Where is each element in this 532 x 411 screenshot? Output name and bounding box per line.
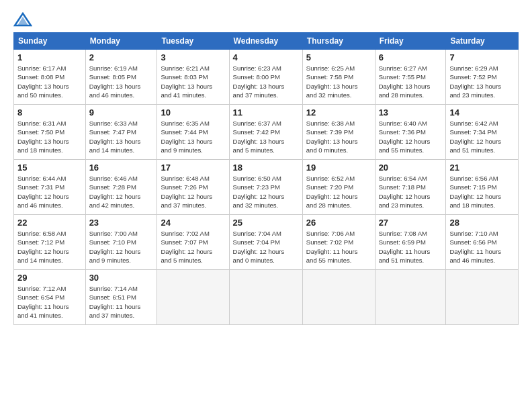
calendar-cell: 19Sunrise: 6:52 AMSunset: 7:20 PMDayligh… <box>302 160 375 215</box>
calendar-cell: 15Sunrise: 6:44 AMSunset: 7:31 PMDayligh… <box>14 160 86 215</box>
calendar-cell <box>302 270 375 325</box>
day-number: 15 <box>17 163 82 173</box>
calendar-week-4: 22Sunrise: 6:58 AMSunset: 7:12 PMDayligh… <box>14 215 519 270</box>
calendar-cell: 2Sunrise: 6:19 AMSunset: 8:05 PMDaylight… <box>85 50 157 105</box>
logo <box>13 12 35 27</box>
day-number: 12 <box>306 107 371 118</box>
day-number: 5 <box>306 52 371 62</box>
calendar-col-friday: Friday <box>375 33 446 50</box>
day-info: Sunrise: 7:10 AMSunset: 6:56 PMDaylight:… <box>449 229 515 265</box>
day-info: Sunrise: 6:38 AMSunset: 7:39 PMDaylight:… <box>306 119 371 154</box>
day-number: 18 <box>233 163 299 173</box>
calendar-cell: 23Sunrise: 7:00 AMSunset: 7:10 PMDayligh… <box>85 215 157 270</box>
calendar-cell: 7Sunrise: 6:29 AMSunset: 7:52 PMDaylight… <box>446 50 519 105</box>
day-info: Sunrise: 6:54 AMSunset: 7:18 PMDaylight:… <box>379 174 443 210</box>
calendar-cell: 11Sunrise: 6:37 AMSunset: 7:42 PMDayligh… <box>229 105 302 160</box>
calendar-cell: 30Sunrise: 7:14 AMSunset: 6:51 PMDayligh… <box>85 270 157 325</box>
day-number: 13 <box>379 107 443 118</box>
calendar-header-row: SundayMondayTuesdayWednesdayThursdayFrid… <box>14 33 519 50</box>
calendar-cell: 17Sunrise: 6:48 AMSunset: 7:26 PMDayligh… <box>157 160 229 215</box>
day-number: 30 <box>89 273 154 283</box>
day-number: 24 <box>161 218 225 228</box>
day-info: Sunrise: 6:40 AMSunset: 7:36 PMDaylight:… <box>379 119 443 154</box>
day-info: Sunrise: 6:50 AMSunset: 7:23 PMDaylight:… <box>233 174 299 210</box>
day-info: Sunrise: 6:27 AMSunset: 7:55 PMDaylight:… <box>379 64 443 99</box>
day-info: Sunrise: 6:56 AMSunset: 7:15 PMDaylight:… <box>449 174 515 210</box>
calendar-cell: 12Sunrise: 6:38 AMSunset: 7:39 PMDayligh… <box>302 105 375 160</box>
calendar-cell: 14Sunrise: 6:42 AMSunset: 7:34 PMDayligh… <box>446 105 519 160</box>
day-number: 6 <box>379 52 443 62</box>
day-number: 1 <box>17 52 82 62</box>
day-number: 16 <box>89 163 154 173</box>
calendar-cell: 1Sunrise: 6:17 AMSunset: 8:08 PMDaylight… <box>14 50 86 105</box>
calendar-cell: 27Sunrise: 7:08 AMSunset: 6:59 PMDayligh… <box>375 215 446 270</box>
day-info: Sunrise: 6:42 AMSunset: 7:34 PMDaylight:… <box>449 119 515 154</box>
day-number: 9 <box>89 107 154 118</box>
day-info: Sunrise: 6:37 AMSunset: 7:42 PMDaylight:… <box>233 119 299 154</box>
calendar-cell <box>446 270 519 325</box>
logo-area <box>13 12 35 27</box>
day-info: Sunrise: 6:31 AMSunset: 7:50 PMDaylight:… <box>17 119 82 154</box>
day-info: Sunrise: 7:06 AMSunset: 7:02 PMDaylight:… <box>306 229 371 265</box>
calendar-week-3: 15Sunrise: 6:44 AMSunset: 7:31 PMDayligh… <box>14 160 519 215</box>
day-number: 2 <box>89 52 154 62</box>
calendar-cell: 9Sunrise: 6:33 AMSunset: 7:47 PMDaylight… <box>85 105 157 160</box>
day-number: 14 <box>449 107 515 118</box>
day-info: Sunrise: 6:23 AMSunset: 8:00 PMDaylight:… <box>233 64 299 99</box>
calendar-col-wednesday: Wednesday <box>229 33 302 50</box>
calendar-cell: 8Sunrise: 6:31 AMSunset: 7:50 PMDaylight… <box>14 105 86 160</box>
calendar-cell: 6Sunrise: 6:27 AMSunset: 7:55 PMDaylight… <box>375 50 446 105</box>
day-number: 7 <box>449 52 515 62</box>
calendar-cell: 21Sunrise: 6:56 AMSunset: 7:15 PMDayligh… <box>446 160 519 215</box>
day-number: 21 <box>449 163 515 173</box>
day-info: Sunrise: 6:21 AMSunset: 8:03 PMDaylight:… <box>161 64 225 99</box>
calendar-cell: 29Sunrise: 7:12 AMSunset: 6:54 PMDayligh… <box>14 270 86 325</box>
day-number: 28 <box>449 218 515 228</box>
calendar-cell: 26Sunrise: 7:06 AMSunset: 7:02 PMDayligh… <box>302 215 375 270</box>
calendar-week-1: 1Sunrise: 6:17 AMSunset: 8:08 PMDaylight… <box>14 50 519 105</box>
calendar-cell: 24Sunrise: 7:02 AMSunset: 7:07 PMDayligh… <box>157 215 229 270</box>
calendar-body: 1Sunrise: 6:17 AMSunset: 8:08 PMDaylight… <box>14 50 519 325</box>
day-info: Sunrise: 7:04 AMSunset: 7:04 PMDaylight:… <box>233 229 299 265</box>
page: SundayMondayTuesdayWednesdayThursdayFrid… <box>0 0 532 411</box>
calendar-cell: 25Sunrise: 7:04 AMSunset: 7:04 PMDayligh… <box>229 215 302 270</box>
day-number: 20 <box>379 163 443 173</box>
calendar-cell: 20Sunrise: 6:54 AMSunset: 7:18 PMDayligh… <box>375 160 446 215</box>
day-number: 26 <box>306 218 371 228</box>
day-number: 11 <box>233 107 299 118</box>
calendar-col-tuesday: Tuesday <box>157 33 229 50</box>
calendar-cell <box>157 270 229 325</box>
logo-icon <box>13 12 32 27</box>
calendar-col-monday: Monday <box>85 33 157 50</box>
calendar-table: SundayMondayTuesdayWednesdayThursdayFrid… <box>13 32 519 325</box>
calendar-col-thursday: Thursday <box>302 33 375 50</box>
day-info: Sunrise: 6:35 AMSunset: 7:44 PMDaylight:… <box>161 119 225 154</box>
day-number: 8 <box>17 107 82 118</box>
day-info: Sunrise: 7:02 AMSunset: 7:07 PMDaylight:… <box>161 229 225 265</box>
calendar-cell: 5Sunrise: 6:25 AMSunset: 7:58 PMDaylight… <box>302 50 375 105</box>
day-number: 19 <box>306 163 371 173</box>
day-info: Sunrise: 6:58 AMSunset: 7:12 PMDaylight:… <box>17 229 82 265</box>
calendar-cell <box>375 270 446 325</box>
day-number: 3 <box>161 52 225 62</box>
calendar-cell: 10Sunrise: 6:35 AMSunset: 7:44 PMDayligh… <box>157 105 229 160</box>
calendar-cell: 16Sunrise: 6:46 AMSunset: 7:28 PMDayligh… <box>85 160 157 215</box>
calendar-cell: 28Sunrise: 7:10 AMSunset: 6:56 PMDayligh… <box>446 215 519 270</box>
day-number: 23 <box>89 218 154 228</box>
calendar-cell <box>229 270 302 325</box>
day-info: Sunrise: 7:08 AMSunset: 6:59 PMDaylight:… <box>379 229 443 265</box>
day-number: 25 <box>233 218 299 228</box>
day-info: Sunrise: 7:12 AMSunset: 6:54 PMDaylight:… <box>17 284 82 320</box>
calendar-week-5: 29Sunrise: 7:12 AMSunset: 6:54 PMDayligh… <box>14 270 519 325</box>
calendar-week-2: 8Sunrise: 6:31 AMSunset: 7:50 PMDaylight… <box>14 105 519 160</box>
day-info: Sunrise: 6:52 AMSunset: 7:20 PMDaylight:… <box>306 174 371 210</box>
day-info: Sunrise: 6:17 AMSunset: 8:08 PMDaylight:… <box>17 64 82 99</box>
calendar-col-sunday: Sunday <box>14 33 86 50</box>
day-info: Sunrise: 6:48 AMSunset: 7:26 PMDaylight:… <box>161 174 225 210</box>
day-info: Sunrise: 6:46 AMSunset: 7:28 PMDaylight:… <box>89 174 154 210</box>
calendar-cell: 3Sunrise: 6:21 AMSunset: 8:03 PMDaylight… <box>157 50 229 105</box>
day-info: Sunrise: 6:44 AMSunset: 7:31 PMDaylight:… <box>17 174 82 210</box>
calendar-cell: 4Sunrise: 6:23 AMSunset: 8:00 PMDaylight… <box>229 50 302 105</box>
day-number: 4 <box>233 52 299 62</box>
day-info: Sunrise: 7:00 AMSunset: 7:10 PMDaylight:… <box>89 229 154 265</box>
